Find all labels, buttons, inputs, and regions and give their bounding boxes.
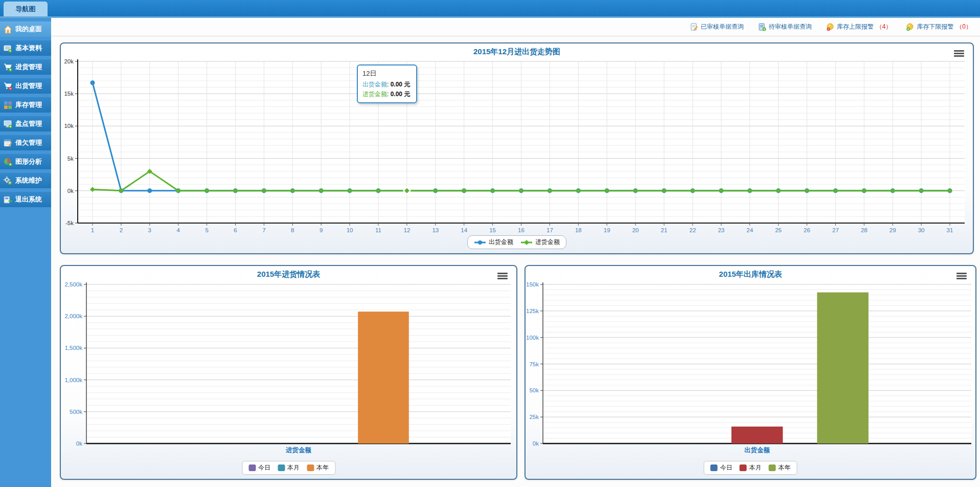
legend-item[interactable]: 进货金额 (520, 238, 560, 247)
toolbar-link-label: 已审核单据查询 (701, 23, 744, 31)
svg-text:27: 27 (832, 227, 839, 233)
sidebar-item-label: 我的桌面 (15, 25, 42, 34)
legend-color-swatch (248, 464, 256, 471)
legend-line-symbol (474, 239, 486, 246)
tooltip-row-shipment: 出货金额: 0.00 元 (362, 80, 412, 89)
legend-label: 今日 (258, 463, 270, 472)
toolbar-link-2[interactable]: 待审核单据查询 (758, 23, 812, 31)
trend-line-chart[interactable]: -5k0k5k10k15k20k123456789101112131415161… (61, 43, 973, 253)
svg-text:6: 6 (234, 227, 237, 233)
legend-item[interactable]: 出货金额 (474, 238, 513, 247)
legend-label: 出货金额 (489, 238, 513, 247)
legend-item[interactable]: 今日 (248, 463, 270, 472)
svg-text:500k: 500k (70, 409, 82, 415)
legend-label: 本月 (287, 463, 300, 472)
legend-label: 本年 (779, 463, 791, 472)
exit-system-icon (4, 195, 12, 204)
purchase-bar-chart[interactable]: 0k500k1,000k1,500k2,000k2,500k进货金额 (61, 266, 516, 479)
legend-label: 今日 (720, 463, 733, 472)
svg-text:1: 1 (91, 227, 94, 233)
alert-count-badge: （4） (876, 23, 892, 31)
legend-item[interactable]: 本月 (278, 463, 300, 472)
legend-color-swatch (711, 464, 718, 471)
toolbar-link-3[interactable]: 库存上限报警（4） (826, 23, 892, 31)
svg-text:1,000k: 1,000k (64, 377, 82, 383)
svg-text:50k: 50k (529, 387, 539, 393)
tab-navigation-map[interactable]: 导航图 (4, 2, 48, 16)
chart-analysis-icon (4, 158, 12, 166)
sidebar-item-label: 图形分析 (15, 157, 42, 166)
shipment-cart-icon (4, 82, 12, 91)
legend-item[interactable]: 今日 (711, 463, 733, 472)
svg-text:10k: 10k (64, 123, 74, 129)
outbound-bar-chart[interactable]: 0k25k50k75k100k125k150k出货金额 (526, 266, 975, 479)
svg-text:13: 13 (432, 227, 439, 233)
svg-text:100k: 100k (526, 335, 539, 341)
sidebar-item-label: 进货管理 (15, 62, 42, 72)
svg-text:29: 29 (890, 227, 896, 233)
sidebar-item-label: 系统维护 (15, 176, 42, 185)
legend-label: 进货金额 (535, 238, 560, 247)
sidebar-item-8[interactable]: 图形分析 (0, 154, 51, 169)
legend-label: 本年 (316, 463, 329, 472)
legend-color-swatch (769, 464, 776, 471)
purchase-cart-icon (4, 63, 12, 72)
sidebar-item-4[interactable]: 出货管理 (0, 78, 51, 94)
svg-text:16: 16 (518, 227, 525, 233)
sidebar-item-1[interactable]: 我的桌面 (0, 21, 51, 37)
svg-text:28: 28 (861, 227, 868, 233)
toolbar-link-label: 待审核单据查询 (769, 23, 812, 31)
sidebar-item-label: 库存管理 (15, 100, 42, 109)
alert-count-badge: （0） (956, 23, 972, 31)
svg-text:12: 12 (404, 227, 411, 233)
toolbar-link-1[interactable]: 已审核单据查询 (690, 23, 744, 31)
debt-ledger-icon (4, 139, 12, 147)
svg-text:18: 18 (575, 227, 582, 233)
toolbar-link-label: 库存上限报警 (837, 23, 874, 31)
svg-text:15k: 15k (64, 91, 74, 97)
svg-text:0k: 0k (67, 188, 74, 194)
svg-text:5: 5 (205, 227, 208, 233)
legend-item[interactable]: 本年 (307, 463, 329, 472)
sidebar-item-6[interactable]: 盘点管理 (0, 116, 51, 131)
svg-text:2,500k: 2,500k (64, 281, 82, 287)
sidebar-item-7[interactable]: 借欠管理 (0, 135, 51, 150)
outbound-chart-legend: 今日本月本年 (704, 461, 797, 475)
svg-text:24: 24 (746, 227, 753, 233)
svg-text:7: 7 (262, 227, 265, 233)
legend-item[interactable]: 本月 (740, 463, 762, 472)
purchase-chart-panel: 2015年进货情况表 0k500k1,000k1,500k2,000k2,500… (60, 265, 517, 480)
svg-text:4: 4 (176, 227, 180, 233)
sidebar-item-3[interactable]: 进货管理 (0, 59, 51, 75)
svg-text:17: 17 (546, 227, 553, 233)
stocktake-monitor-icon (4, 120, 12, 128)
sidebar-item-label: 借欠管理 (15, 138, 42, 147)
svg-text:25: 25 (775, 227, 782, 233)
stock-lower-alarm-icon (906, 23, 914, 31)
legend-line-symbol (520, 239, 533, 246)
legend-color-swatch (278, 464, 285, 471)
svg-text:8: 8 (291, 227, 294, 233)
svg-text:10: 10 (347, 227, 353, 233)
svg-text:1,500k: 1,500k (64, 345, 82, 351)
doc-approved-icon (690, 23, 698, 31)
legend-item[interactable]: 本年 (769, 463, 791, 472)
sidebar-item-10[interactable]: 退出系统 (0, 192, 51, 207)
svg-text:20: 20 (632, 227, 639, 233)
svg-text:进货金额: 进货金额 (285, 447, 312, 454)
legend-label: 本月 (749, 463, 762, 472)
svg-text:25k: 25k (529, 414, 539, 420)
sidebar-item-2[interactable]: 基本资料 (0, 40, 51, 56)
sidebar-item-9[interactable]: 系统维护 (0, 173, 51, 188)
svg-text:150k: 150k (526, 281, 539, 287)
svg-text:23: 23 (718, 227, 724, 233)
trend-chart-panel: 2015年12月进出货走势图 -5k0k5k10k15k20k123456789… (60, 42, 974, 254)
tooltip-day: 12日 (362, 69, 412, 78)
chart-tooltip: 12日 出货金额: 0.00 元 进货金额: 0.00 元 (357, 64, 417, 103)
sidebar-item-5[interactable]: 库存管理 (0, 97, 51, 113)
toolbar-link-4[interactable]: 库存下限报警（0） (906, 23, 972, 31)
purchase-chart-legend: 今日本月本年 (242, 461, 335, 475)
sidebar-item-label: 基本资料 (15, 43, 42, 53)
base-data-icon (4, 44, 12, 53)
svg-text:30: 30 (918, 227, 925, 233)
